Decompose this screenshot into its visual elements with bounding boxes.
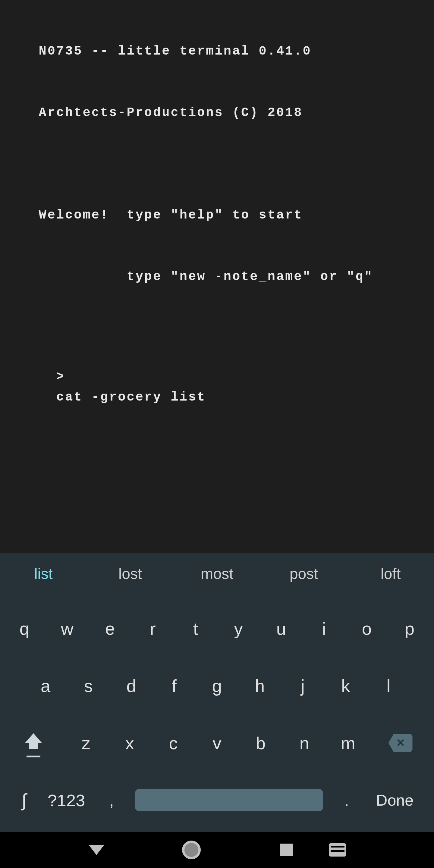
key-u[interactable]: u: [260, 618, 303, 639]
suggestion-item[interactable]: most: [174, 565, 260, 583]
terminal-line: Archtects-Productions (C) 2018: [21, 102, 413, 123]
key-m[interactable]: m: [326, 733, 370, 753]
nav-ime-switch-button[interactable]: [326, 843, 350, 857]
terminal-line: type "new -note_name" or "q": [21, 267, 413, 287]
square-icon: [280, 844, 293, 856]
spacebar-key[interactable]: [135, 789, 323, 811]
key-j[interactable]: j: [281, 676, 324, 696]
prompt-symbol: >: [56, 370, 65, 384]
suggestion-item[interactable]: lost: [87, 565, 174, 583]
key-w[interactable]: w: [46, 618, 89, 639]
key-rows: q w e r t y u i o p a s d f g h j k l: [0, 594, 434, 832]
key-f[interactable]: f: [153, 676, 195, 696]
key-o[interactable]: o: [345, 618, 388, 639]
key-l[interactable]: l: [367, 676, 410, 696]
backspace-icon: ✕: [389, 734, 412, 752]
shift-key[interactable]: [3, 733, 64, 752]
android-nav-bar: [0, 832, 434, 868]
key-v[interactable]: v: [195, 733, 239, 753]
prompt-command-input[interactable]: cat -grocery list: [56, 390, 206, 404]
nav-recent-button[interactable]: [274, 843, 299, 857]
key-y[interactable]: y: [217, 618, 260, 639]
on-screen-keyboard: list lost most post loft q w e r t y u i…: [0, 553, 434, 832]
suggestion-item[interactable]: list: [0, 565, 87, 583]
key-a[interactable]: a: [24, 676, 67, 696]
key-row-2: a s d f g h j k l: [3, 657, 431, 714]
triangle-down-icon: [89, 845, 104, 855]
key-e[interactable]: e: [89, 618, 131, 639]
key-r[interactable]: r: [131, 618, 174, 639]
key-s[interactable]: s: [67, 676, 110, 696]
key-d[interactable]: d: [110, 676, 153, 696]
key-b[interactable]: b: [239, 733, 282, 753]
terminal-line: N0735 -- little terminal 0.41.0: [21, 41, 413, 61]
done-key[interactable]: Done: [365, 791, 425, 809]
key-n[interactable]: n: [282, 733, 326, 753]
symbols-mode-key[interactable]: ?123: [39, 790, 93, 810]
key-row-bottom: ∫ ?123 , . Done: [3, 772, 431, 829]
nav-home-button[interactable]: [179, 841, 204, 859]
key-c[interactable]: c: [152, 733, 195, 753]
swipe-input-icon[interactable]: ∫: [9, 790, 39, 811]
key-h[interactable]: h: [239, 676, 281, 696]
key-i[interactable]: i: [303, 618, 345, 639]
suggestion-item[interactable]: post: [260, 565, 347, 583]
suggestion-item[interactable]: loft: [347, 565, 434, 583]
key-q[interactable]: q: [3, 618, 46, 639]
terminal-prompt-line[interactable]: > cat -grocery list: [21, 346, 413, 428]
key-p[interactable]: p: [388, 618, 431, 639]
nav-back-button[interactable]: [84, 845, 108, 855]
key-z[interactable]: z: [64, 733, 108, 753]
backspace-key[interactable]: ✕: [370, 734, 431, 752]
key-k[interactable]: k: [324, 676, 367, 696]
key-row-3: z x c v b n m ✕: [3, 714, 431, 772]
terminal-output[interactable]: N0735 -- little terminal 0.41.0 Archtect…: [0, 0, 434, 553]
key-g[interactable]: g: [195, 676, 239, 696]
terminal-line: Welcome! type "help" to start: [21, 205, 413, 225]
circle-icon: [182, 841, 201, 859]
key-x[interactable]: x: [108, 733, 152, 753]
comma-key[interactable]: ,: [93, 790, 130, 810]
shift-icon: [24, 733, 43, 752]
key-row-1: q w e r t y u i o p: [3, 600, 431, 657]
keyboard-icon: [329, 843, 346, 857]
period-key[interactable]: .: [329, 790, 365, 810]
suggestion-row: list lost most post loft: [0, 553, 434, 594]
key-t[interactable]: t: [174, 618, 217, 639]
